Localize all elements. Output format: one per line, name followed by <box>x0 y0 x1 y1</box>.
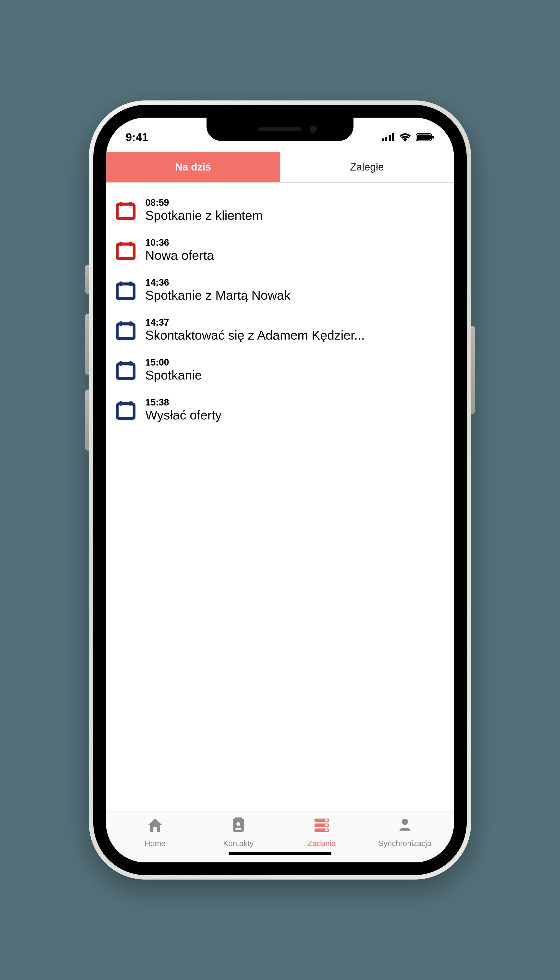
sync-icon <box>396 816 414 836</box>
calendar-icon <box>116 280 135 300</box>
svg-point-27 <box>237 822 240 826</box>
home-icon <box>146 816 164 836</box>
task-text: 14:36 Spotkanie z Martą Nowak <box>145 277 290 303</box>
speaker-grille <box>258 127 302 131</box>
task-row[interactable]: 10:36 Nowa oferta <box>106 230 454 270</box>
tab-label: Zadania <box>307 839 336 848</box>
front-camera <box>310 126 317 133</box>
task-row[interactable]: 15:38 Wysłać oferty <box>106 390 454 430</box>
task-list: 08:59 Spotkanie z klientem 10:36 Nowa of… <box>106 183 454 811</box>
task-title: Nowa oferta <box>145 248 214 263</box>
svg-rect-6 <box>432 136 434 139</box>
tab-tasks[interactable]: Zadania <box>280 816 363 848</box>
home-indicator <box>228 852 332 855</box>
svg-rect-3 <box>392 133 394 142</box>
phone-frame: 9:41 <box>89 100 471 880</box>
segment-today[interactable]: Na dziś <box>106 152 280 182</box>
task-time: 15:00 <box>145 357 202 368</box>
segmented-control: Na dziś Zaległe <box>106 152 454 183</box>
signal-icon <box>382 133 395 142</box>
segment-overdue-label: Zaległe <box>350 161 384 173</box>
task-row[interactable]: 08:59 Spotkanie z klientem <box>106 190 454 230</box>
task-time: 14:36 <box>145 277 290 288</box>
calendar-icon <box>116 200 135 220</box>
svg-rect-21 <box>117 364 134 378</box>
svg-rect-12 <box>117 244 134 259</box>
tab-contacts[interactable]: Kontakty <box>197 816 280 848</box>
svg-rect-15 <box>117 284 134 299</box>
contacts-icon <box>230 816 247 836</box>
svg-rect-31 <box>325 819 328 821</box>
calendar-icon <box>116 320 135 340</box>
segment-today-label: Na dziś <box>175 161 211 173</box>
wifi-icon <box>399 133 411 142</box>
task-title: Skontaktować się z Adamem Kędzier... <box>145 328 365 343</box>
calendar-icon <box>116 360 135 380</box>
task-time: 14:37 <box>145 317 365 328</box>
svg-rect-26 <box>235 818 242 819</box>
svg-rect-5 <box>417 135 431 140</box>
task-time: 08:59 <box>145 197 263 208</box>
tab-label: Kontakty <box>223 839 254 848</box>
svg-rect-0 <box>382 138 384 142</box>
screen: 9:41 <box>106 118 454 862</box>
notch <box>207 118 353 141</box>
task-text: 14:37 Skontaktować się z Adamem Kędzier.… <box>145 317 365 343</box>
task-text: 08:59 Spotkanie z klientem <box>145 197 263 223</box>
battery-icon <box>416 133 434 142</box>
svg-rect-2 <box>389 135 391 142</box>
calendar-icon <box>116 240 135 260</box>
svg-rect-18 <box>117 324 134 338</box>
task-text: 10:36 Nowa oferta <box>145 237 214 263</box>
task-row[interactable]: 14:37 Skontaktować się z Adamem Kędzier.… <box>106 310 454 350</box>
tab-label: Synchronizacja <box>378 839 432 848</box>
task-time: 15:38 <box>145 397 222 408</box>
svg-rect-24 <box>117 404 134 418</box>
task-title: Wysłać oferty <box>145 408 222 422</box>
tasks-icon <box>313 816 330 836</box>
svg-rect-33 <box>325 829 328 831</box>
tab-home[interactable]: Home <box>113 816 197 848</box>
svg-point-34 <box>402 819 408 825</box>
tab-sync[interactable]: Synchronizacja <box>363 816 447 848</box>
svg-rect-32 <box>325 825 328 826</box>
status-right <box>382 133 434 142</box>
tab-label: Home <box>145 839 165 848</box>
task-title: Spotkanie <box>145 368 202 382</box>
status-time: 9:41 <box>126 131 148 144</box>
task-time: 10:36 <box>145 237 214 248</box>
svg-rect-9 <box>117 204 134 219</box>
svg-rect-1 <box>385 137 387 142</box>
task-text: 15:00 Spotkanie <box>145 357 202 382</box>
task-row[interactable]: 14:36 Spotkanie z Martą Nowak <box>106 270 454 310</box>
task-text: 15:38 Wysłać oferty <box>145 397 222 422</box>
task-title: Spotkanie z klientem <box>145 208 263 223</box>
calendar-icon <box>116 400 135 420</box>
segment-overdue[interactable]: Zaległe <box>280 152 454 182</box>
task-row[interactable]: 15:00 Spotkanie <box>106 350 454 390</box>
task-title: Spotkanie z Martą Nowak <box>145 288 290 303</box>
